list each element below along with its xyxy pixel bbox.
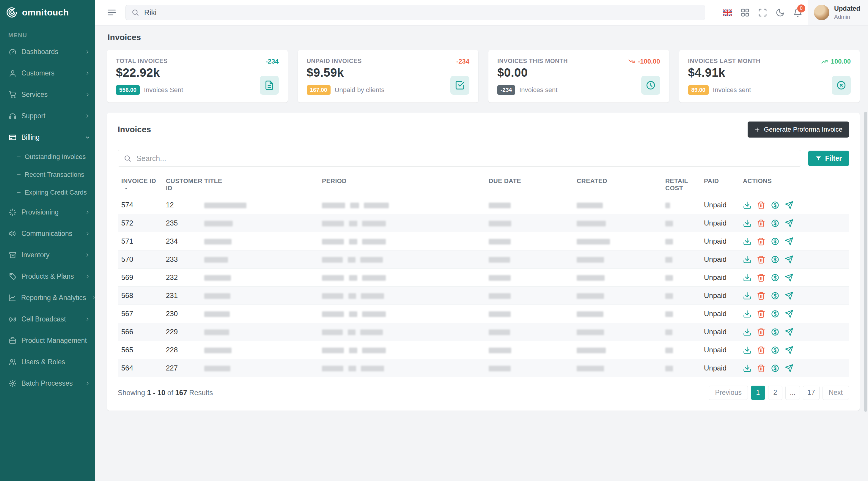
download-icon[interactable] <box>743 328 751 336</box>
sidebar-item-provisioning[interactable]: Provisioning <box>0 201 95 223</box>
sidebar-item-cell-broadcast[interactable]: Cell Broadcast <box>0 309 95 330</box>
sidebar-item-users-roles[interactable]: Users & Roles <box>0 351 95 373</box>
flag-uk-icon[interactable] <box>720 5 735 20</box>
generate-proforma-invoice-button[interactable]: Generate Proforma Invoice <box>748 122 849 137</box>
sidebar-item-billing[interactable]: Billing <box>0 127 95 148</box>
cart-icon <box>8 91 17 99</box>
column-created[interactable]: CREATED <box>573 175 662 196</box>
brand-logo[interactable]: omnitouch <box>0 0 95 25</box>
send-icon[interactable] <box>785 346 794 354</box>
scrollbar-thumb[interactable] <box>864 112 867 412</box>
table-search-input[interactable] <box>118 150 801 167</box>
page-previous[interactable]: Previous <box>709 386 748 400</box>
page-2[interactable]: 2 <box>768 386 782 400</box>
filter-button[interactable]: Filter <box>808 151 849 166</box>
sidebar-item-services[interactable]: Services <box>0 84 95 105</box>
page-17[interactable]: 17 <box>803 386 819 400</box>
trash-icon[interactable] <box>757 237 766 246</box>
sidebar-item-reporting-analytics[interactable]: Reporting & Analytics <box>0 287 95 309</box>
trash-icon[interactable] <box>757 219 766 228</box>
sidebar-item-dashboards[interactable]: Dashboards <box>0 41 95 62</box>
retail-cost-cell <box>662 196 700 214</box>
sidebar-item-batch-processes[interactable]: Batch Processes <box>0 373 95 394</box>
send-icon[interactable] <box>785 364 794 373</box>
download-icon[interactable] <box>743 346 751 354</box>
sidebar-item-label: Dashboards <box>22 48 80 56</box>
redacted-created <box>577 257 604 263</box>
redacted-created <box>577 311 603 317</box>
menu-toggle-icon[interactable] <box>107 8 117 17</box>
download-icon[interactable] <box>743 310 751 318</box>
money-icon[interactable] <box>771 291 779 300</box>
chevron-right-icon <box>85 92 90 97</box>
trash-icon[interactable] <box>757 328 766 336</box>
retail-cost-cell <box>662 214 700 232</box>
money-icon[interactable] <box>771 310 779 318</box>
trash-icon[interactable] <box>757 346 766 354</box>
column-label: PERIOD <box>322 178 347 185</box>
download-icon[interactable] <box>743 364 751 373</box>
sidebar-subitem-expiring-credit-cards[interactable]: Expiring Credit Cards <box>0 184 95 201</box>
send-icon[interactable] <box>785 291 794 300</box>
sidebar-item-inventory[interactable]: Inventory <box>0 244 95 266</box>
trash-icon[interactable] <box>757 291 766 300</box>
column-title[interactable]: TITLE <box>200 175 318 196</box>
column-due-date[interactable]: DUE DATE <box>485 175 573 196</box>
paid-cell: Unpaid <box>700 268 739 287</box>
sidebar-item-label: Reporting & Analytics <box>21 294 86 302</box>
column-retail-cost[interactable]: RETAIL COST <box>662 175 700 196</box>
money-icon[interactable] <box>771 255 779 264</box>
money-icon[interactable] <box>771 201 779 210</box>
stat-value: $9.59k <box>307 66 385 79</box>
money-icon[interactable] <box>771 273 779 282</box>
download-icon[interactable] <box>743 237 751 246</box>
main-area: 0 Updated Admin Invoices TOTAL INVOICES <box>95 0 868 481</box>
send-icon[interactable] <box>785 310 794 318</box>
send-icon[interactable] <box>785 328 794 336</box>
sidebar-item-product-management[interactable]: Product Management <box>0 330 95 351</box>
money-icon[interactable] <box>771 328 779 336</box>
user-menu[interactable]: Updated Admin <box>808 0 868 25</box>
money-icon[interactable] <box>771 364 779 373</box>
trash-icon[interactable] <box>757 255 766 264</box>
global-search-input[interactable] <box>125 5 705 20</box>
fullscreen-icon[interactable] <box>755 5 770 20</box>
table-row: 574 12 <box>118 196 849 214</box>
money-icon[interactable] <box>771 346 779 354</box>
column-period[interactable]: PERIOD <box>318 175 485 196</box>
sidebar-item-communications[interactable]: Communications <box>0 223 95 244</box>
trash-icon[interactable] <box>757 273 766 282</box>
moon-icon[interactable] <box>773 5 787 20</box>
download-icon[interactable] <box>743 219 751 228</box>
column-customer-id[interactable]: CUSTOMER ID <box>162 175 200 196</box>
sidebar-item-support[interactable]: Support <box>0 105 95 127</box>
send-icon[interactable] <box>785 201 794 210</box>
column-actions[interactable]: ACTIONS <box>739 175 849 196</box>
sidebar-subitem-outstanding-invoices[interactable]: Outstanding Invoices <box>0 148 95 166</box>
page-1[interactable]: 1 <box>751 386 765 400</box>
download-icon[interactable] <box>743 273 751 282</box>
sidebar-subitem-label: Outstanding Invoices <box>25 153 86 161</box>
send-icon[interactable] <box>785 273 794 282</box>
trash-icon[interactable] <box>757 201 766 210</box>
apps-icon[interactable] <box>738 5 752 20</box>
column-invoice-id[interactable]: INVOICE ID <box>118 175 162 196</box>
topbar-icons: 0 <box>720 5 808 20</box>
trash-icon[interactable] <box>757 364 766 373</box>
download-icon[interactable] <box>743 201 751 210</box>
column-paid[interactable]: PAID <box>700 175 739 196</box>
stat-label: TOTAL INVOICES <box>116 58 168 64</box>
sidebar-item-products-plans[interactable]: Products & Plans <box>0 266 95 287</box>
sidebar-item-customers[interactable]: Customers <box>0 62 95 84</box>
page-next[interactable]: Next <box>823 386 849 400</box>
sidebar-subitem-recent-transactions[interactable]: Recent Transactions <box>0 166 95 184</box>
send-icon[interactable] <box>785 219 794 228</box>
download-icon[interactable] <box>743 255 751 264</box>
actions-cell <box>739 341 849 359</box>
send-icon[interactable] <box>785 237 794 246</box>
money-icon[interactable] <box>771 237 779 246</box>
trash-icon[interactable] <box>757 310 766 318</box>
send-icon[interactable] <box>785 255 794 264</box>
money-icon[interactable] <box>771 219 779 228</box>
download-icon[interactable] <box>743 291 751 300</box>
